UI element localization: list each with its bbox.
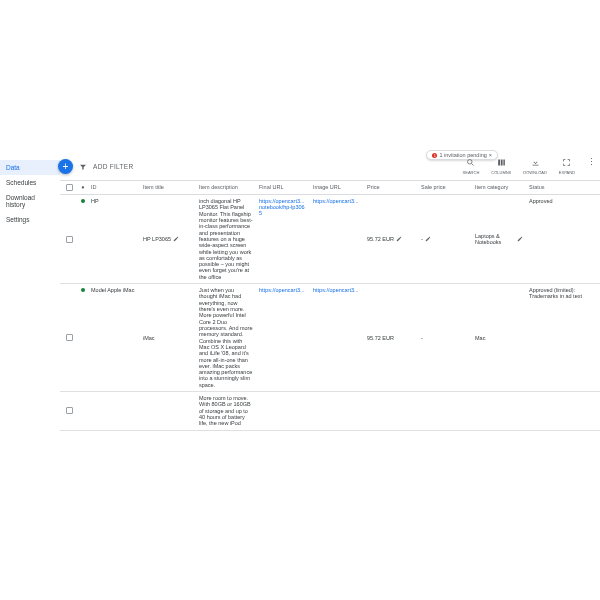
columns-button[interactable]: COLUMNS <box>491 158 511 175</box>
cell-status: Approved (limited): Trademarks in ad tex… <box>526 284 600 391</box>
cell-id <box>88 392 140 430</box>
table-row[interactable]: HPHP LP3065inch diagonal HP LP3065 Flat … <box>60 195 600 284</box>
cell-status <box>526 392 600 430</box>
table-row[interactable]: Model Apple iMaciMacJust when you though… <box>60 284 600 392</box>
col-item-description[interactable]: Item description <box>196 181 256 194</box>
cell-title: HP LP3065 <box>140 195 196 283</box>
edit-icon[interactable] <box>425 236 431 243</box>
cell-final-url[interactable]: https://opencart3... <box>256 284 310 391</box>
sidebar-item-schedules[interactable]: Schedules <box>0 175 60 190</box>
filter-icon[interactable] <box>79 163 87 171</box>
cell-description: inch diagonal HP LP3065 Flat Panel Monit… <box>196 195 256 283</box>
cell-id: Model Apple iMac <box>88 284 140 391</box>
cell-category <box>472 392 526 430</box>
sidebar-item-settings[interactable]: Settings <box>0 212 60 227</box>
more-vert-icon: ⋮ <box>587 158 596 167</box>
sidebar-item-data[interactable]: Data <box>0 160 60 175</box>
cell-sale-price: - <box>418 284 472 391</box>
sidebar: Data Schedules Download history Settings <box>0 160 60 227</box>
cell-image-url[interactable]: https://opencart3... <box>310 195 364 283</box>
edit-icon[interactable] <box>396 236 402 243</box>
add-filter-button[interactable]: ADD FILTER <box>93 163 133 170</box>
svg-rect-4 <box>503 160 505 166</box>
row-checkbox[interactable] <box>66 236 73 243</box>
row-checkbox[interactable] <box>66 334 73 341</box>
cell-final-url[interactable]: https://opencart3... notebook/hp-lp3065 <box>256 195 310 283</box>
col-item-title[interactable]: Item title <box>140 181 196 194</box>
cell-image-url[interactable]: https://opencart3... <box>310 284 364 391</box>
edit-icon[interactable] <box>517 236 523 243</box>
sidebar-item-download-history[interactable]: Download history <box>0 190 60 212</box>
add-button[interactable]: + <box>58 159 73 174</box>
columns-icon <box>497 158 506 169</box>
svg-line-1 <box>472 163 474 165</box>
alert-icon: 1 <box>432 153 437 158</box>
cell-status: Approved <box>526 195 600 283</box>
svg-rect-2 <box>498 160 500 166</box>
svg-point-0 <box>468 160 473 165</box>
cell-description: More room to move. With 80GB or 160GB of… <box>196 392 256 430</box>
edit-icon[interactable] <box>173 236 179 243</box>
cell-price <box>364 392 418 430</box>
table-header: ● ID Item title Item description Final U… <box>60 180 600 195</box>
data-table: ● ID Item title Item description Final U… <box>60 180 600 600</box>
status-indicator-icon <box>81 288 85 292</box>
cell-price: 95.72 EUR <box>364 195 418 283</box>
search-icon <box>466 158 475 169</box>
svg-rect-3 <box>501 160 503 166</box>
status-dot-header: ● <box>78 181 88 194</box>
download-icon <box>531 158 540 169</box>
more-button[interactable]: ⋮ <box>587 158 596 167</box>
select-all-checkbox[interactable] <box>66 184 73 191</box>
expand-button[interactable]: EXPAND <box>559 158 575 175</box>
table-row[interactable]: More room to move. With 80GB or 160GB of… <box>60 392 600 431</box>
cell-category: Laptops & Notebooks <box>472 195 526 283</box>
col-price[interactable]: Price <box>364 181 418 194</box>
col-id[interactable]: ID <box>88 181 140 194</box>
toolbar: + ADD FILTER <box>58 159 133 174</box>
col-status[interactable]: Status <box>526 181 600 194</box>
col-final-url[interactable]: Final URL <box>256 181 310 194</box>
cell-id: HP <box>88 195 140 283</box>
col-sale-price[interactable]: Sale price <box>418 181 472 194</box>
cell-category: Mac <box>472 284 526 391</box>
right-tools: SEARCH COLUMNS DOWNLOAD EXPAND ⋮ <box>463 158 596 175</box>
status-indicator-icon <box>81 199 85 203</box>
cell-final-url[interactable] <box>256 392 310 430</box>
download-button[interactable]: DOWNLOAD <box>523 158 547 175</box>
cell-sale-price <box>418 392 472 430</box>
cell-title <box>140 392 196 430</box>
row-checkbox[interactable] <box>66 407 73 414</box>
expand-icon <box>562 158 571 169</box>
cell-description: Just when you thought iMac had everythin… <box>196 284 256 391</box>
col-image-url[interactable]: Image URL <box>310 181 364 194</box>
cell-price: 95.72 EUR <box>364 284 418 391</box>
col-item-category[interactable]: Item category <box>472 181 526 194</box>
cell-image-url[interactable] <box>310 392 364 430</box>
search-button[interactable]: SEARCH <box>463 158 480 175</box>
cell-sale-price: - <box>418 195 472 283</box>
cell-title: iMac <box>140 284 196 391</box>
